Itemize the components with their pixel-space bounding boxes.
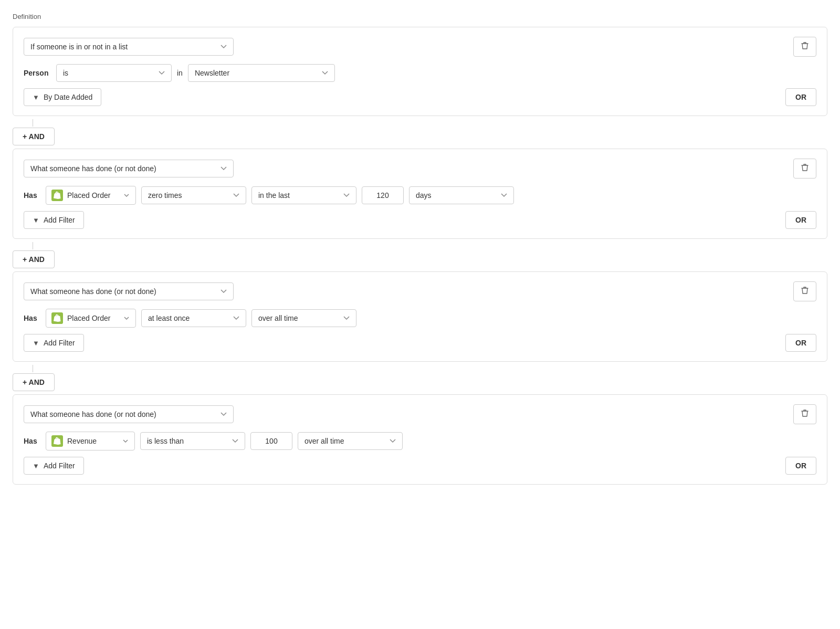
condition-block-4: What someone has done (or not done) If s… [13, 394, 827, 485]
condition-header-1: If someone is in or not in a list What s… [24, 37, 816, 57]
condition-footer-3: ▼ Add Filter OR [24, 334, 816, 352]
add-filter-label-4: Add Filter [44, 462, 75, 470]
condition-type-select-3[interactable]: What someone has done (or not done) If s… [24, 282, 234, 300]
time-select-2[interactable]: in the last over all time before after b… [251, 186, 356, 204]
delete-button-4[interactable] [793, 404, 816, 424]
shopify-icon-4 [51, 435, 63, 447]
add-filter-button-4[interactable]: ▼ Add Filter [24, 457, 84, 475]
condition-type-select-1[interactable]: If someone is in or not in a list What s… [24, 38, 234, 56]
person-row: Person is is not in Newsletter VIP List … [24, 64, 816, 82]
has-row-3: Has Placed Order Viewed Product Clicked … [24, 309, 816, 328]
delete-button-3[interactable] [793, 281, 816, 301]
or-button-1[interactable]: OR [785, 88, 816, 106]
has-label-4: Has [24, 437, 40, 445]
unit-select-2[interactable]: days weeks months [409, 186, 514, 204]
freq-select-4[interactable]: is less than is greater than is equal to… [140, 432, 245, 450]
shopify-icon-2 [51, 190, 63, 201]
and-connector-2: + AND [13, 239, 827, 271]
event-select-container-2[interactable]: Placed Order Viewed Product Clicked Emai… [46, 186, 136, 205]
shopify-icon-3 [51, 312, 63, 324]
condition-type-select-4[interactable]: What someone has done (or not done) If s… [24, 405, 234, 423]
or-button-2[interactable]: OR [785, 211, 816, 229]
or-button-4[interactable]: OR [785, 457, 816, 475]
condition-footer-1: ▼ By Date Added OR [24, 88, 816, 106]
or-button-3[interactable]: OR [785, 334, 816, 352]
event-select-3[interactable]: Placed Order Viewed Product Clicked Emai… [67, 314, 130, 322]
and-connector-1: + AND [13, 116, 827, 149]
vert-line-1 [33, 119, 33, 127]
time-select-4[interactable]: in the last over all time before after b… [298, 432, 403, 450]
vert-line-3 [33, 365, 33, 372]
trash-icon-2 [801, 163, 808, 174]
condition-header-2: What someone has done (or not done) If s… [24, 159, 816, 179]
and-button-2[interactable]: + AND [13, 250, 55, 268]
delete-button-2[interactable] [793, 159, 816, 179]
person-label: Person [24, 69, 51, 77]
event-select-container-3[interactable]: Placed Order Viewed Product Clicked Emai… [46, 309, 136, 328]
value-input-2[interactable] [362, 186, 404, 204]
vert-line-2 [33, 242, 33, 249]
by-date-added-label: By Date Added [44, 93, 92, 101]
condition-footer-4: ▼ Add Filter OR [24, 457, 816, 475]
condition-block-2: What someone has done (or not done) If s… [13, 149, 827, 239]
has-row-2: Has Placed Order Viewed Product Clicked … [24, 186, 816, 205]
event-select-2[interactable]: Placed Order Viewed Product Clicked Emai… [67, 191, 130, 200]
add-filter-button-2[interactable]: ▼ Add Filter [24, 211, 84, 229]
filter-icon-3: ▼ [33, 339, 39, 347]
and-button-1[interactable]: + AND [13, 128, 55, 145]
event-select-4[interactable]: Revenue Placed Order Viewed Product [67, 437, 129, 445]
add-filter-label-3: Add Filter [44, 339, 75, 347]
filter-icon-2: ▼ [33, 216, 39, 224]
delete-button-1[interactable] [793, 37, 816, 57]
trash-icon-1 [801, 41, 808, 52]
freq-select-3[interactable]: zero times at least once exactly more th… [141, 309, 246, 327]
trash-icon-3 [801, 286, 808, 297]
definition-label: Definition [13, 13, 827, 20]
condition-type-select-2[interactable]: What someone has done (or not done) If s… [24, 160, 234, 177]
in-label: in [177, 69, 183, 77]
by-date-added-button[interactable]: ▼ By Date Added [24, 88, 101, 106]
event-select-container-4[interactable]: Revenue Placed Order Viewed Product [46, 432, 135, 450]
add-filter-button-3[interactable]: ▼ Add Filter [24, 334, 84, 352]
add-filter-label-2: Add Filter [44, 216, 75, 224]
freq-select-2[interactable]: zero times at least once exactly more th… [141, 186, 246, 204]
has-label-2: Has [24, 191, 40, 200]
condition-header-4: What someone has done (or not done) If s… [24, 404, 816, 424]
and-connector-3: + AND [13, 362, 827, 394]
has-label-3: Has [24, 314, 40, 322]
is-select-1[interactable]: is is not [56, 64, 172, 82]
condition-block-1: If someone is in or not in a list What s… [13, 27, 827, 116]
has-row-4: Has Revenue Placed Order Viewed Product … [24, 432, 816, 450]
time-select-3[interactable]: in the last over all time before after b… [251, 309, 356, 327]
condition-header-3: What someone has done (or not done) If s… [24, 281, 816, 301]
condition-block-3: What someone has done (or not done) If s… [13, 271, 827, 362]
filter-icon-4: ▼ [33, 462, 39, 470]
list-select-1[interactable]: Newsletter VIP List Subscribers [188, 64, 335, 82]
definition-label-container: Definition [13, 13, 827, 20]
condition-footer-2: ▼ Add Filter OR [24, 211, 816, 229]
trash-icon-4 [801, 409, 808, 420]
filter-icon-1: ▼ [33, 93, 39, 101]
value-input-4[interactable] [250, 432, 292, 450]
and-button-3[interactable]: + AND [13, 373, 55, 391]
